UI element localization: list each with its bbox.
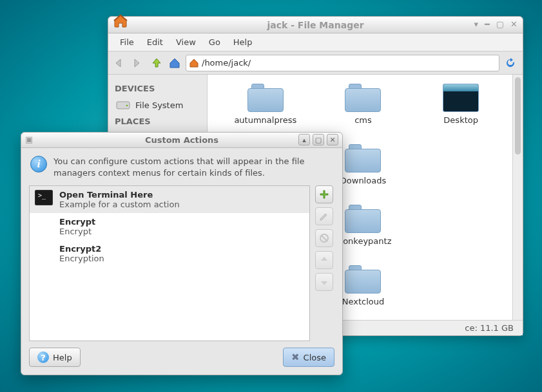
menu-go[interactable]: Go <box>204 35 226 50</box>
dialog-title: Custom Actions <box>21 135 342 145</box>
action-row[interactable]: Open Terminal HereExample for a custom a… <box>30 186 309 213</box>
dialog-icon: ▣ <box>25 135 33 144</box>
sidebar-places-head: PLACES <box>115 117 200 126</box>
custom-actions-dialog: ▣ Custom Actions ▴ ▢ ✕ i You can configu… <box>21 132 343 375</box>
status-text: ce: 11.1 GB <box>465 323 514 333</box>
close-button[interactable]: ✖ Close <box>283 348 334 367</box>
info-icon: i <box>30 156 47 173</box>
scrollbar-thumb[interactable] <box>515 77 521 154</box>
menu-file[interactable]: File <box>115 35 139 50</box>
menu-view[interactable]: View <box>171 35 201 50</box>
window-icon-home <box>112 13 129 30</box>
close-icon: ✖ <box>291 351 300 363</box>
action-name: Encrypt <box>59 217 95 227</box>
address-home-icon <box>189 59 199 68</box>
sidebar-devices-head: DEVICES <box>115 84 200 93</box>
file-manager-title: jack - File Manager <box>108 20 523 30</box>
up-button[interactable] <box>150 56 164 70</box>
dialog-max-icon[interactable]: ▢ <box>313 134 324 145</box>
window-menu-icon[interactable]: ▾ <box>474 19 478 29</box>
menu-edit[interactable]: Edit <box>142 35 168 50</box>
path-input[interactable] <box>202 58 496 68</box>
window-close-icon[interactable]: ✕ <box>510 19 518 29</box>
window-min-icon[interactable]: ━ <box>485 19 490 29</box>
close-label: Close <box>304 353 326 362</box>
svg-point-1 <box>126 105 128 107</box>
reload-button[interactable] <box>503 56 518 70</box>
help-icon: ? <box>37 351 49 363</box>
menu-help[interactable]: Help <box>228 35 258 50</box>
add-action-button[interactable] <box>315 185 333 203</box>
forward-button[interactable] <box>131 56 146 70</box>
action-desc: Encryption <box>59 254 104 263</box>
help-button[interactable]: ? Help <box>29 348 81 367</box>
action-name: Open Terminal Here <box>59 190 180 200</box>
actions-toolbar <box>315 185 334 341</box>
drive-icon <box>116 100 130 110</box>
dialog-description: You can configure custom actions that wi… <box>53 156 333 179</box>
home-button[interactable] <box>168 56 182 70</box>
actions-list[interactable]: Open Terminal HereExample for a custom a… <box>29 185 310 341</box>
menubar: File Edit View Go Help <box>108 33 523 51</box>
action-desc: Example for a custom action <box>59 200 180 209</box>
sidebar-item-filesystem[interactable]: File System <box>112 97 203 113</box>
file-manager-titlebar[interactable]: jack - File Manager ▾ ━ ▢ ✕ <box>108 17 523 33</box>
dialog-info: i You can configure custom actions that … <box>21 148 342 185</box>
move-down-button[interactable] <box>315 273 333 291</box>
back-button[interactable] <box>113 56 128 70</box>
sidebar-item-label: File System <box>135 100 183 110</box>
action-desc: Encrypt <box>59 227 95 236</box>
edit-action-button[interactable] <box>315 207 333 225</box>
scrollbar[interactable] <box>512 75 523 320</box>
action-name: Encrypt2 <box>59 244 104 254</box>
delete-action-button[interactable] <box>315 229 333 247</box>
toolbar <box>108 51 523 75</box>
dialog-close-icon[interactable]: ✕ <box>327 134 338 145</box>
window-max-icon[interactable]: ▢ <box>496 19 504 29</box>
address-bar[interactable] <box>186 55 499 71</box>
action-row[interactable]: EncryptEncrypt <box>30 213 309 240</box>
dialog-titlebar[interactable]: ▣ Custom Actions ▴ ▢ ✕ <box>21 133 342 148</box>
action-row[interactable]: Encrypt2Encryption <box>30 240 309 267</box>
folder-desktop[interactable]: Desktop <box>414 84 507 143</box>
move-up-button[interactable] <box>315 251 333 269</box>
terminal-icon <box>35 190 53 205</box>
help-label: Help <box>53 353 72 362</box>
dialog-rollup-icon[interactable]: ▴ <box>298 134 310 145</box>
